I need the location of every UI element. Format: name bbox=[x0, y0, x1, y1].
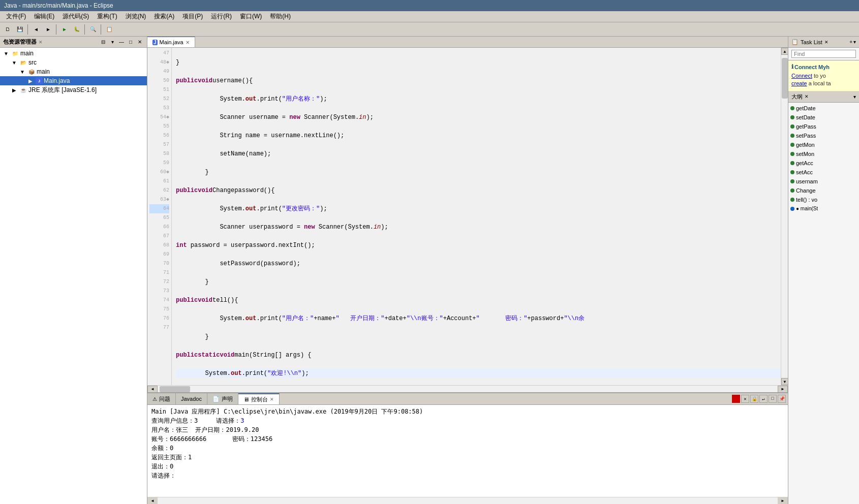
panel-max-btn[interactable]: □ bbox=[127, 38, 135, 46]
task-menu-btn[interactable]: ▾ bbox=[853, 39, 856, 45]
bottom-hscroll[interactable]: ◀ ▶ bbox=[147, 497, 788, 504]
menu-project[interactable]: 项目(P) bbox=[178, 11, 207, 22]
menu-run[interactable]: 运行(R) bbox=[207, 11, 236, 22]
outline-item-username[interactable]: usernam bbox=[788, 177, 859, 186]
code-line-64: System.out.print("欢迎!\\n"); bbox=[176, 369, 784, 378]
code-content[interactable]: } public void username(){ System.out.pri… bbox=[172, 48, 788, 385]
hscroll-right-btn[interactable]: ▶ bbox=[778, 386, 788, 393]
task-add-btn[interactable]: + bbox=[849, 39, 852, 45]
outline-item-setMon[interactable]: setMon bbox=[788, 149, 859, 159]
outline-item-main[interactable]: ● main(St bbox=[788, 204, 859, 213]
outline-dot-green bbox=[790, 188, 794, 193]
code-line-62: } bbox=[176, 332, 784, 341]
scroll-up-btn[interactable]: ▲ bbox=[781, 48, 788, 55]
tree-item-jre[interactable]: ▶ ☕ JRE 系统库 [JavaSE-1.6] bbox=[0, 85, 147, 94]
menu-edit[interactable]: 编辑(E) bbox=[30, 11, 58, 22]
clear-console-btn[interactable]: ✕ bbox=[741, 395, 749, 403]
tree-item-main-project[interactable]: ▼ 📁 main bbox=[0, 49, 147, 58]
toolbar-perspective[interactable]: 📋 bbox=[104, 24, 115, 35]
outline-content: getDate setDate getPass setPass getMon bbox=[788, 103, 859, 504]
outline-label: usernam bbox=[796, 178, 818, 184]
toolbar-forward[interactable]: ▶ bbox=[43, 24, 54, 35]
console-line-2: 查询用户信息：3 请选择：3 bbox=[151, 416, 784, 425]
task-find-input[interactable] bbox=[791, 50, 856, 58]
outline-item-setAcc[interactable]: setAcc bbox=[788, 168, 859, 177]
outline-item-getMon[interactable]: getMon bbox=[788, 140, 859, 149]
tree-item-main-java[interactable]: ▶ J Main.java bbox=[0, 76, 147, 85]
panel-menu-btn[interactable]: ▾ bbox=[108, 38, 116, 46]
tab-console[interactable]: 🖥 控制台 ✕ bbox=[238, 393, 280, 404]
connect-mylyn: ℹ Connect Myh Connect to yo create a loc… bbox=[788, 60, 859, 91]
outline-label: getDate bbox=[796, 105, 816, 111]
tab-problems[interactable]: ⚠ 问题 bbox=[147, 393, 176, 404]
toolbar-new[interactable]: 🗋 bbox=[2, 24, 13, 35]
toolbar-run[interactable]: ▶ bbox=[59, 24, 70, 35]
outline-dot-green bbox=[790, 170, 794, 174]
create-link[interactable]: create bbox=[791, 80, 807, 86]
open-console-btn[interactable]: □ bbox=[769, 395, 777, 403]
scroll-thumb[interactable] bbox=[782, 58, 788, 99]
code-line-60: public void tell(){ bbox=[176, 296, 784, 305]
editor-vscrollbar[interactable]: ▲ ▼ bbox=[781, 48, 788, 385]
outline-item-tell[interactable]: tell() : vo bbox=[788, 195, 859, 204]
menu-help[interactable]: 帮助(H) bbox=[266, 11, 295, 22]
console-content[interactable]: Main [Java 应用程序] C:\eclipse\jre\bin\java… bbox=[147, 405, 788, 497]
tab-close-console[interactable]: ✕ bbox=[270, 397, 274, 402]
toolbar-debug[interactable]: 🐛 bbox=[71, 24, 82, 35]
tab-declaration[interactable]: 📄 声明 bbox=[207, 393, 238, 404]
toolbar-save[interactable]: 💾 bbox=[14, 24, 25, 35]
task-list-icon: 📋 bbox=[791, 39, 799, 45]
word-wrap-btn[interactable]: ↵ bbox=[759, 395, 768, 403]
bottom-hscroll-left[interactable]: ◀ bbox=[147, 497, 158, 505]
scroll-lock-btn[interactable]: 🔒 bbox=[750, 395, 758, 403]
outline-label: getAcc bbox=[796, 160, 813, 166]
menu-search[interactable]: 搜索(A) bbox=[150, 11, 178, 22]
outline-menu-btn[interactable]: ▾ bbox=[853, 94, 856, 100]
outline-item-change[interactable]: Change bbox=[788, 186, 859, 195]
outline-item-getDate[interactable]: getDate bbox=[788, 104, 859, 113]
outline-label: tell() : vo bbox=[796, 197, 817, 203]
code-line-61: System.out.print("用户名："+name+" 开户日期："+da… bbox=[176, 314, 784, 323]
bottom-tabs: ⚠ 问题 Javadoc 📄 声明 🖥 控制台 ✕ bbox=[147, 393, 730, 404]
scroll-down-btn[interactable]: ▼ bbox=[781, 378, 788, 385]
hscroll-track[interactable] bbox=[158, 386, 778, 393]
menu-window[interactable]: 窗口(W) bbox=[236, 11, 266, 22]
outline-item-setDate[interactable]: setDate bbox=[788, 113, 859, 122]
code-line-52: setName(name); bbox=[176, 149, 784, 159]
toolbar-search[interactable]: 🔍 bbox=[87, 24, 99, 35]
outline-item-setPass[interactable]: setPass bbox=[788, 131, 859, 140]
tab-javadoc[interactable]: Javadoc bbox=[176, 393, 207, 404]
toolbar: 🗋 💾 ◀ ▶ ▶ 🐛 🔍 📋 bbox=[0, 22, 859, 37]
menu-browse[interactable]: 浏览(N) bbox=[121, 11, 150, 22]
panel-close-btn[interactable]: ✕ bbox=[136, 38, 144, 46]
outline-label: setPass bbox=[796, 133, 816, 139]
tree-item-main-pkg[interactable]: ▼ 📦 main bbox=[0, 67, 147, 76]
tree-item-src[interactable]: ▼ 📂 src bbox=[0, 58, 147, 67]
tab-main-java[interactable]: J Main.java ✕ bbox=[147, 37, 195, 47]
code-line-58: setPassword(password); bbox=[176, 259, 784, 268]
tab-close-btn[interactable]: ✕ bbox=[186, 40, 190, 45]
connect-link[interactable]: Connect bbox=[791, 73, 812, 79]
outline-item-getPass[interactable]: getPass bbox=[788, 122, 859, 131]
hscroll-left-btn[interactable]: ◀ bbox=[147, 386, 158, 393]
outline-item-getAcc[interactable]: getAcc bbox=[788, 159, 859, 168]
bottom-hscroll-right[interactable]: ▶ bbox=[778, 497, 788, 505]
editor-scroll-inner[interactable]: 47 48◆ 49 50 51 52 53 54◆ 55 56 57 58 59… bbox=[147, 48, 788, 385]
expand-icon: ▼ bbox=[10, 58, 18, 67]
outline-close[interactable]: ✕ bbox=[805, 94, 809, 99]
menu-file[interactable]: 文件(F) bbox=[2, 11, 30, 22]
connect-mylyn-text: Connect to yo create a local ta bbox=[791, 72, 856, 88]
toolbar-back[interactable]: ◀ bbox=[30, 24, 42, 35]
menu-source[interactable]: 源代码(S) bbox=[58, 11, 93, 22]
stop-btn[interactable] bbox=[732, 395, 740, 403]
menu-refactor[interactable]: 重构(T) bbox=[93, 11, 121, 22]
panel-min-btn[interactable]: — bbox=[117, 38, 126, 46]
collapse-all-btn[interactable]: ⊟ bbox=[99, 38, 107, 46]
toolbar-sep-2 bbox=[56, 24, 57, 35]
hscroll-thumb[interactable] bbox=[160, 386, 190, 392]
code-hscroll[interactable]: ◀ ▶ bbox=[147, 385, 788, 392]
task-list-close[interactable]: ✕ bbox=[824, 40, 829, 45]
editor-scroll[interactable]: 47 48◆ 49 50 51 52 53 54◆ 55 56 57 58 59… bbox=[147, 48, 788, 385]
pin-console-btn[interactable]: 📌 bbox=[778, 395, 786, 403]
title-text: Java - main/src/main/Main.java - Eclipse bbox=[4, 2, 113, 9]
